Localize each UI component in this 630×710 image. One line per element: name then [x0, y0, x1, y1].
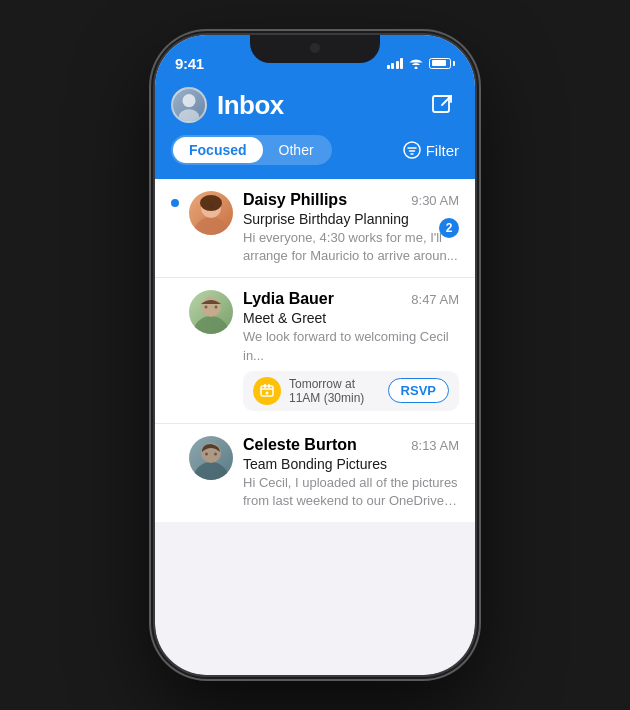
svg-point-22 [205, 452, 208, 455]
svg-point-0 [182, 94, 195, 107]
email-item[interactable]: Celeste Burton 8:13 AM Team Bonding Pict… [155, 424, 475, 522]
tab-bar: Focused Other Filter [155, 135, 475, 179]
battery-icon [429, 58, 455, 69]
tabs-container: Focused Other [171, 135, 332, 165]
email-list: Daisy Phillips 9:30 AM Surprise Birthday… [155, 179, 475, 522]
compose-button[interactable] [425, 88, 459, 122]
sender-avatar [189, 436, 233, 480]
sender-name: Daisy Phillips [243, 191, 347, 209]
signal-icon [387, 58, 404, 69]
wifi-icon [408, 57, 424, 69]
sender-avatar [189, 290, 233, 334]
screen: 9:41 [155, 35, 475, 675]
tab-other[interactable]: Other [263, 137, 330, 163]
email-content: Celeste Burton 8:13 AM Team Bonding Pict… [243, 436, 459, 510]
svg-point-11 [193, 316, 229, 334]
email-subject: Team Bonding Pictures [243, 456, 459, 472]
page-title: Inbox [217, 90, 284, 121]
sender-avatar [189, 191, 233, 235]
svg-point-20 [193, 462, 229, 480]
svg-point-23 [214, 452, 217, 455]
filter-button[interactable]: Filter [403, 141, 459, 159]
email-item[interactable]: Lydia Bauer 8:47 AM Meet & Greet We look… [155, 278, 475, 423]
email-header-row: Celeste Burton 8:13 AM [243, 436, 459, 454]
camera [310, 43, 320, 53]
unread-indicator [171, 199, 179, 207]
header-left: Inbox [171, 87, 284, 123]
filter-icon [403, 141, 421, 159]
svg-rect-17 [264, 384, 266, 388]
email-subject: Meet & Greet [243, 310, 459, 326]
email-header-row: Daisy Phillips 9:30 AM [243, 191, 459, 209]
email-item[interactable]: Daisy Phillips 9:30 AM Surprise Birthday… [155, 179, 475, 278]
header: Inbox [155, 79, 475, 135]
email-preview: We look forward to welcoming Cecil in... [243, 328, 459, 364]
svg-rect-18 [268, 384, 270, 388]
rsvp-button[interactable]: RSVP [388, 378, 449, 403]
tab-focused[interactable]: Focused [173, 137, 263, 163]
sender-name: Lydia Bauer [243, 290, 334, 308]
svg-point-10 [209, 204, 213, 208]
email-subject: Surprise Birthday Planning [243, 211, 459, 227]
email-content: Daisy Phillips 9:30 AM Surprise Birthday… [243, 191, 459, 265]
svg-point-14 [215, 306, 218, 309]
event-text: Tomorrow at 11AM (30min) [289, 377, 380, 405]
status-time: 9:41 [175, 55, 204, 72]
status-icons [387, 57, 456, 69]
email-time: 8:47 AM [411, 292, 459, 307]
event-icon [253, 377, 281, 405]
email-time: 9:30 AM [411, 193, 459, 208]
svg-point-7 [193, 217, 229, 235]
email-time: 8:13 AM [411, 438, 459, 453]
svg-point-19 [266, 391, 269, 394]
email-header-row: Lydia Bauer 8:47 AM [243, 290, 459, 308]
email-preview: Hi everyone, 4:30 works for me, I'll arr… [243, 229, 459, 265]
svg-point-3 [404, 142, 420, 158]
email-content: Lydia Bauer 8:47 AM Meet & Greet We look… [243, 290, 459, 410]
svg-point-13 [205, 306, 208, 309]
email-preview: Hi Cecil, I uploaded all of the pictures… [243, 474, 459, 510]
svg-rect-2 [433, 96, 449, 112]
unread-badge: 2 [439, 218, 459, 238]
sender-name: Celeste Burton [243, 436, 357, 454]
phone-frame: 9:41 [155, 35, 475, 675]
filter-label: Filter [426, 142, 459, 159]
svg-point-1 [179, 109, 199, 121]
event-row: Tomorrow at 11AM (30min) RSVP [243, 371, 459, 411]
user-avatar[interactable] [171, 87, 207, 123]
svg-point-9 [200, 195, 222, 211]
